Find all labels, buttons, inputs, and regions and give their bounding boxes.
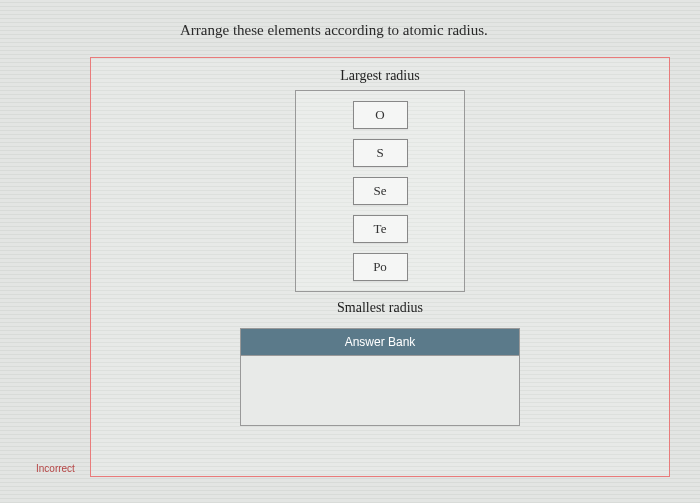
element-tile[interactable]: Po [353, 253, 408, 281]
question-text: Arrange these elements according to atom… [180, 22, 650, 39]
answer-bank-header: Answer Bank [240, 328, 520, 356]
rank-top-label: Largest radius [91, 58, 669, 90]
rank-bottom-label: Smallest radius [91, 292, 669, 328]
answer-bank-dropzone[interactable] [240, 356, 520, 426]
answer-panel: Largest radius O S Se Te Po Smallest rad… [90, 57, 670, 477]
element-tile[interactable]: S [353, 139, 408, 167]
status-incorrect: Incorrect [36, 463, 75, 474]
element-tile[interactable]: Se [353, 177, 408, 205]
element-tile[interactable]: O [353, 101, 408, 129]
rank-dropzone[interactable]: O S Se Te Po [295, 90, 465, 292]
element-tile[interactable]: Te [353, 215, 408, 243]
